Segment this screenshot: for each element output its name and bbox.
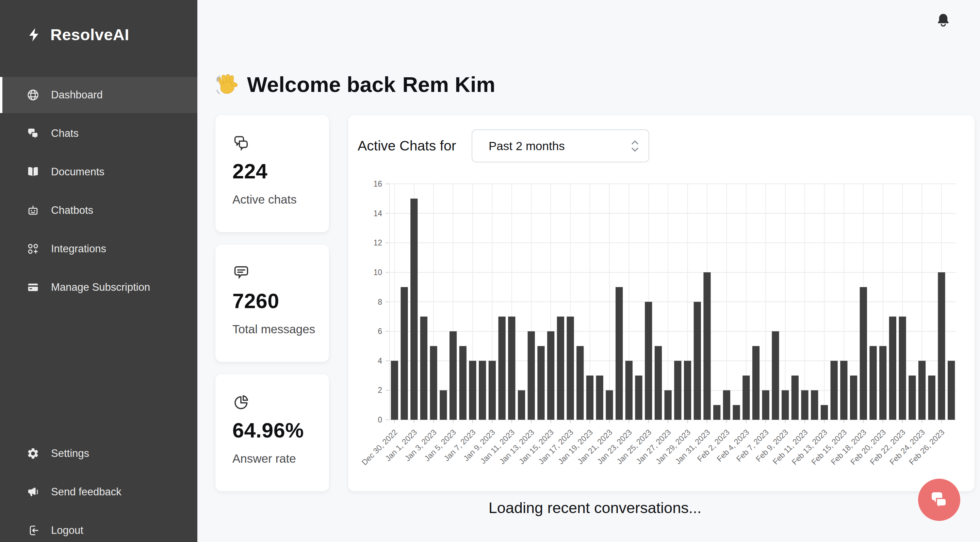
chat-bubbles-icon	[232, 134, 250, 152]
sidebar-item-label: Logout	[51, 524, 83, 537]
sidebar-item-label: Chats	[51, 128, 79, 140]
lightning-bolt-icon	[27, 27, 42, 43]
chat-bubbles-icon	[929, 489, 950, 510]
chart-title: Active Chats for	[358, 129, 456, 163]
svg-text:16: 16	[373, 179, 382, 188]
robot-icon	[27, 204, 40, 217]
message-lines-icon	[232, 264, 250, 282]
page-title: Welcome back Rem Kim	[215, 72, 495, 97]
sidebar-item-label: Manage Subscription	[51, 281, 150, 293]
gear-icon	[27, 447, 40, 460]
chevron-up-down-icon	[630, 139, 640, 153]
sidebar-item-manage-subscription[interactable]: Manage Subscription	[0, 269, 197, 305]
greeting-text: Welcome back	[247, 72, 396, 97]
sidebar-item-dashboard[interactable]: Dashboard	[0, 77, 197, 113]
sidebar-footer: Settings Send feedback Logout	[0, 435, 197, 542]
svg-text:8: 8	[378, 298, 382, 306]
stat-value: 7260	[232, 289, 319, 313]
book-icon	[27, 166, 40, 179]
sidebar-item-chats[interactable]: Chats	[0, 115, 197, 151]
globe-icon	[27, 89, 40, 102]
date-range-select[interactable]: Past 2 months	[472, 129, 649, 163]
logout-icon	[27, 524, 40, 537]
bell-icon	[935, 11, 951, 29]
stat-label: Answer rate	[232, 452, 319, 465]
stat-label: Active chats	[232, 193, 319, 206]
credit-card-icon	[27, 281, 40, 294]
sidebar-item-documents[interactable]: Documents	[0, 154, 197, 190]
stat-value: 64.96%	[232, 418, 319, 442]
integrations-icon	[27, 242, 40, 255]
sidebar-item-settings[interactable]: Settings	[0, 435, 197, 472]
loading-status: Loading recent conversations...	[215, 499, 975, 517]
svg-text:14: 14	[373, 209, 382, 218]
stat-card-active-chats: 224 Active chats	[215, 115, 329, 232]
sidebar-item-label: Send feedback	[51, 486, 121, 498]
sidebar-item-label: Chatbots	[51, 204, 93, 217]
svg-text:10: 10	[373, 268, 382, 277]
sidebar: ResolveAI Dashboard Chats Documents	[0, 0, 197, 542]
svg-text:12: 12	[373, 238, 382, 247]
active-chats-panel: Active Chats for Past 2 months 024681012…	[348, 115, 975, 491]
stat-card-total-messages: 7260 Total messages	[215, 245, 329, 362]
active-chats-bar-chart: 0246810121416Dec 30, 2022Jan 1, 2023Jan …	[348, 169, 975, 491]
stat-card-answer-rate: 64.96% Answer rate	[215, 374, 329, 491]
sidebar-item-logout[interactable]: Logout	[0, 512, 197, 542]
sidebar-item-label: Dashboard	[51, 89, 103, 101]
sidebar-item-label: Settings	[51, 447, 89, 460]
stats-column: 224 Active chats 7260 Total messages 64.…	[215, 115, 329, 491]
sidebar-item-integrations[interactable]: Integrations	[0, 231, 197, 267]
svg-text:2: 2	[378, 386, 382, 395]
sidebar-nav: Dashboard Chats Documents Chatbots	[0, 77, 197, 308]
sidebar-item-label: Integrations	[51, 243, 106, 255]
sidebar-item-send-feedback[interactable]: Send feedback	[0, 474, 197, 510]
date-range-value: Past 2 months	[488, 139, 565, 153]
pie-chart-icon	[232, 393, 250, 411]
chat-widget-button[interactable]	[918, 479, 960, 521]
waving-hand-emoji	[215, 72, 240, 97]
chat-bubbles-icon	[27, 127, 40, 140]
sidebar-item-chatbots[interactable]: Chatbots	[0, 192, 197, 228]
svg-text:6: 6	[378, 327, 382, 336]
stat-value: 224	[232, 159, 319, 183]
dashboard-content: 224 Active chats 7260 Total messages 64.…	[215, 115, 975, 491]
sidebar-item-label: Documents	[51, 166, 105, 178]
user-name: Rem Kim	[402, 72, 495, 97]
stat-label: Total messages	[232, 322, 319, 336]
app-name: ResolveAI	[50, 25, 129, 44]
svg-text:0: 0	[378, 415, 382, 424]
app-logo: ResolveAI	[0, 0, 197, 44]
megaphone-icon	[27, 486, 40, 499]
svg-text:4: 4	[378, 357, 382, 365]
notifications-button[interactable]	[935, 11, 951, 29]
